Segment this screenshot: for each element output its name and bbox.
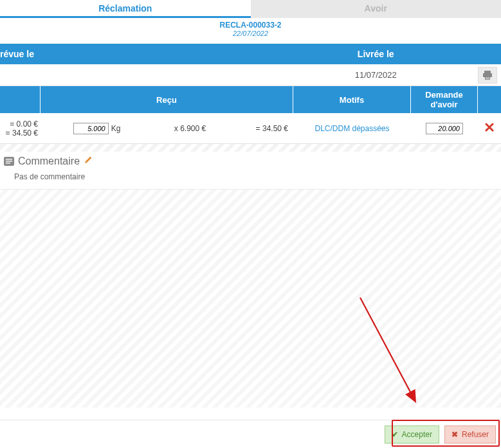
footer: ✔ Accepter ✖ Refuser: [0, 420, 501, 448]
demande-input[interactable]: [426, 123, 463, 134]
refuse-label: Refuser: [462, 430, 489, 439]
accept-button[interactable]: ✔ Accepter: [385, 426, 439, 444]
tab-avoir[interactable]: Avoir: [251, 0, 502, 18]
pencil-icon: [84, 156, 93, 165]
delivery-header: révue le Livrée le: [0, 44, 501, 64]
delete-row-button[interactable]: [485, 121, 494, 135]
col-motifs: Motifs: [293, 86, 411, 113]
qty-input[interactable]: [73, 123, 109, 134]
delivery-date: 11/07/2022: [355, 70, 397, 80]
row-amount2: = 34.50 €: [0, 129, 38, 138]
background-area: [0, 189, 501, 408]
qty-unit: Kg: [111, 124, 121, 133]
row-price: x 6.900 €: [153, 124, 227, 133]
col-recu: Reçu: [41, 86, 293, 113]
svg-rect-4: [486, 78, 489, 79]
comment-title: Commentaire: [18, 156, 80, 167]
livree-label: Livrée le: [251, 49, 502, 59]
comment-body: Pas de commentaire: [0, 170, 501, 189]
prevue-label: révue le: [0, 49, 251, 59]
row-amount1: = 0.00 €: [0, 120, 38, 129]
table-row: = 0.00 € = 34.50 € Kg x 6.900 € = 34.50 …: [0, 113, 501, 144]
sub-info: RECLA-000033-2 22/07/2022: [0, 18, 501, 44]
comment-header: Commentaire: [0, 152, 501, 170]
accept-label: Accepter: [402, 430, 432, 439]
close-icon: ✖: [451, 430, 458, 439]
check-icon: ✔: [392, 430, 398, 439]
tab-reclamation[interactable]: Réclamation: [0, 0, 251, 18]
row-total: = 34.50 €: [227, 124, 293, 133]
svg-rect-7: [6, 161, 12, 161]
delivery-date-row: 11/07/2022: [0, 64, 501, 86]
printer-icon: [482, 71, 493, 80]
col-demande: Demande d'avoir: [411, 86, 478, 113]
print-button[interactable]: [478, 67, 497, 84]
svg-rect-0: [484, 71, 491, 73]
edit-comment-button[interactable]: [84, 156, 93, 167]
svg-rect-6: [6, 159, 12, 159]
reclamation-date: 22/07/2022: [0, 30, 501, 37]
separator-stripes: [0, 144, 501, 152]
motif-link[interactable]: DLC/DDM dépassées: [314, 124, 389, 133]
svg-rect-8: [6, 163, 10, 163]
svg-rect-3: [486, 77, 489, 78]
reclamation-ref: RECLA-000033-2: [0, 21, 501, 30]
list-icon: [4, 157, 14, 166]
tabs: Réclamation Avoir: [0, 0, 501, 18]
refuse-button[interactable]: ✖ Refuser: [444, 426, 496, 444]
svg-rect-2: [485, 76, 490, 80]
close-icon: [485, 123, 494, 132]
table-columns: Reçu Motifs Demande d'avoir: [0, 86, 501, 113]
